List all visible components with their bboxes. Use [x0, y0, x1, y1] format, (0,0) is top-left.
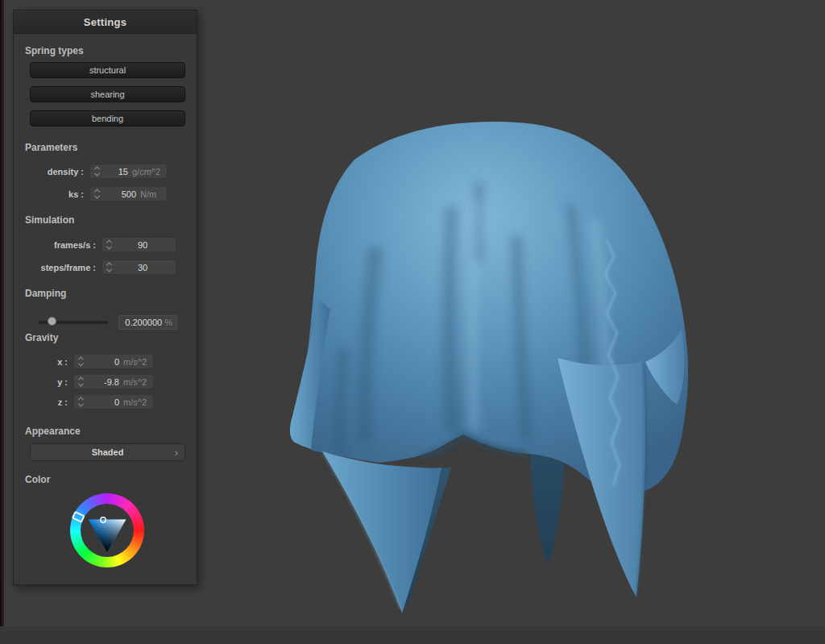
panel-header: Settings	[14, 10, 197, 34]
section-label-appearance: Appearance	[25, 426, 81, 437]
section-label-gravity: Gravity	[25, 332, 58, 343]
chevron-right-icon: ›	[175, 447, 178, 459]
settings-panel: Settings Spring types structural shearin…	[13, 10, 197, 585]
spin-down-icon[interactable]	[77, 401, 83, 407]
steps-row: steps/frame : 30	[14, 260, 176, 275]
spin-down-icon[interactable]	[93, 171, 99, 177]
gravity-z-row: z : 0 m/s^2	[14, 394, 154, 409]
damping-value: 0.200000	[125, 318, 162, 327]
steps-value[interactable]: 30	[113, 263, 172, 272]
density-value[interactable]: 15	[101, 167, 128, 177]
appearance-dropdown[interactable]: Shaded ›	[30, 443, 185, 461]
damping-unit: %	[162, 318, 172, 327]
window-left-edge-accent	[2, 0, 4, 644]
steps-spinner[interactable]: 30	[102, 260, 176, 275]
gravity-z-value[interactable]: 0	[85, 397, 119, 407]
bottom-status-strip	[0, 626, 825, 644]
gravity-z-unit: m/s^2	[119, 397, 150, 407]
structural-button[interactable]: structural	[30, 62, 185, 78]
gravity-z-spinner[interactable]: 0 m/s^2	[73, 394, 154, 409]
density-spin-controls	[93, 164, 101, 178]
spin-down-icon[interactable]	[106, 244, 111, 250]
spin-down-icon[interactable]	[106, 267, 111, 272]
gravity-y-row: y : -9.8 m/s^2	[14, 374, 154, 389]
damping-slider-handle[interactable]	[48, 317, 56, 326]
section-label-spring-types: Spring types	[25, 45, 84, 56]
steps-label: steps/frame :	[14, 263, 102, 272]
section-label-parameters: Parameters	[25, 142, 77, 153]
ks-spin-controls	[93, 187, 101, 201]
ks-value[interactable]: 500	[101, 189, 136, 199]
app-window: Settings Spring types structural shearin…	[0, 0, 825, 644]
gravity-y-value[interactable]: -9.8	[85, 377, 119, 387]
color-wheel	[70, 493, 144, 567]
gravity-x-label: x :	[14, 357, 73, 367]
ks-spinner[interactable]: 500 N/m	[89, 186, 168, 202]
structural-button-label: structural	[89, 65, 126, 75]
gravity-z-spin-controls	[77, 395, 85, 409]
gravity-z-label: z :	[14, 397, 73, 407]
density-label: density :	[14, 167, 89, 177]
density-unit: g/cm^2	[128, 167, 164, 177]
gravity-y-label: y :	[14, 377, 73, 387]
gravity-y-unit: m/s^2	[119, 377, 150, 387]
frames-label: frames/s :	[14, 240, 102, 250]
panel-title: Settings	[84, 16, 127, 28]
bending-button[interactable]: bending	[30, 110, 185, 127]
section-label-color: Color	[25, 474, 50, 485]
gravity-y-spinner[interactable]: -9.8 m/s^2	[73, 374, 154, 389]
frames-value[interactable]: 90	[113, 240, 172, 250]
spin-down-icon[interactable]	[77, 381, 83, 387]
section-label-damping: Damping	[25, 288, 66, 299]
damping-value-box[interactable]: 0.200000 %	[118, 315, 177, 330]
frames-spinner[interactable]: 90	[102, 237, 176, 252]
ks-label: ks :	[14, 189, 89, 199]
spin-down-icon[interactable]	[77, 361, 83, 367]
density-row: density : 15 g/cm^2	[14, 164, 168, 179]
gravity-x-row: x : 0 m/s^2	[14, 354, 154, 369]
frames-row: frames/s : 90	[14, 237, 176, 252]
ks-row: ks : 500 N/m	[14, 186, 168, 202]
density-spinner[interactable]: 15 g/cm^2	[89, 164, 168, 179]
steps-spin-controls	[105, 260, 113, 274]
gravity-x-spin-controls	[77, 355, 85, 368]
gravity-x-value[interactable]: 0	[85, 357, 119, 367]
gravity-x-spinner[interactable]: 0 m/s^2	[73, 354, 154, 369]
appearance-dropdown-value: Shaded	[92, 447, 124, 457]
bending-button-label: bending	[92, 114, 123, 123]
gravity-x-unit: m/s^2	[119, 357, 150, 367]
shearing-button[interactable]: shearing	[30, 86, 185, 102]
spin-down-icon[interactable]	[93, 193, 99, 199]
gravity-y-spin-controls	[77, 375, 85, 388]
ks-unit: N/m	[136, 189, 164, 199]
section-label-simulation: Simulation	[25, 214, 74, 226]
saturation-value-triangle[interactable]	[70, 493, 144, 567]
frames-spin-controls	[105, 238, 113, 251]
shearing-button-label: shearing	[90, 89, 124, 99]
